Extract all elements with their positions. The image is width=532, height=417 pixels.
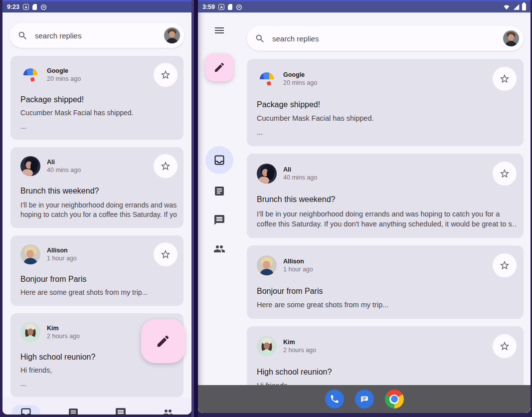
android-split-screen: 9:23 A search replies xyxy=(0,0,532,417)
status-time: 9:23 xyxy=(7,3,19,10)
search-placeholder: search replies xyxy=(35,31,157,40)
search-bar[interactable]: search replies xyxy=(247,26,524,51)
compose-fab[interactable] xyxy=(205,53,233,81)
rail-item-articles[interactable] xyxy=(207,179,231,203)
split-screen-divider[interactable] xyxy=(191,0,198,417)
inbox-icon xyxy=(213,154,225,166)
chat-icon xyxy=(115,407,127,415)
star-button[interactable] xyxy=(493,253,517,277)
sim-card-icon xyxy=(32,4,37,10)
search-placeholder: search replies xyxy=(272,34,496,43)
star-button[interactable] xyxy=(493,162,517,186)
preview-line: Hi friends, xyxy=(20,366,177,375)
google-umbrella-avatar xyxy=(20,65,40,85)
menu-button[interactable] xyxy=(207,18,231,42)
bottom-navigation xyxy=(2,397,191,415)
nav-item-people[interactable] xyxy=(144,397,191,415)
star-icon xyxy=(499,73,510,84)
preview-line: ... xyxy=(20,379,177,389)
nav-item-inbox[interactable] xyxy=(2,397,50,415)
preview-line: Here are some great shots from my trip..… xyxy=(20,288,177,297)
data-saver-icon xyxy=(236,4,242,10)
email-preview: Cucumber Mask Facial has shipped. ... xyxy=(20,108,177,131)
email-subject: Bonjour from Paris xyxy=(257,287,517,296)
email-card-ali[interactable]: Ali 40 mins ago Brunch this weekend? I'l… xyxy=(247,154,524,238)
tablet-window: 3:59 A xyxy=(198,0,531,413)
email-card-allison[interactable]: Allison 1 hour ago Bonjour from Paris He… xyxy=(247,245,524,319)
articles-icon xyxy=(67,407,79,415)
email-subject: Brunch this weekend? xyxy=(20,187,177,196)
compose-fab[interactable] xyxy=(141,319,185,363)
preview-line: hoping to catch you for a coffee this Sa… xyxy=(20,210,177,219)
profile-avatar[interactable] xyxy=(503,30,519,46)
wifi-icon xyxy=(503,3,511,10)
star-button[interactable] xyxy=(154,242,177,266)
email-preview: Here are some great shots from my trip..… xyxy=(20,288,177,297)
kim-avatar xyxy=(20,322,40,342)
preview-line: Cucumber Mask Facial has shipped. xyxy=(20,108,177,118)
chat-icon xyxy=(213,214,225,226)
message-bubble-icon xyxy=(359,394,369,404)
star-icon xyxy=(499,341,510,352)
phone-app-icon[interactable] xyxy=(325,390,344,409)
email-preview: Here are some great shots from my trip..… xyxy=(257,300,517,310)
call-icon xyxy=(330,394,340,404)
people-icon xyxy=(162,407,174,415)
messages-app-icon[interactable] xyxy=(355,390,374,409)
sender-name: Allison xyxy=(283,258,313,265)
email-time: 1 hour ago xyxy=(283,266,313,273)
google-umbrella-avatar xyxy=(257,69,277,89)
preview-line: Cucumber Mask Facial has shipped. xyxy=(257,113,517,123)
preview-line: Here are some great shots from my trip..… xyxy=(257,300,517,310)
hamburger-menu-icon xyxy=(213,24,225,36)
email-card-allison[interactable]: Allison 1 hour ago Bonjour from Paris He… xyxy=(10,235,183,306)
preview-line: I'll be in your neighborhood doing erran… xyxy=(20,201,177,210)
rail-item-inbox[interactable] xyxy=(205,146,233,174)
star-icon xyxy=(160,69,171,80)
rail-item-people[interactable] xyxy=(207,237,231,261)
star-icon xyxy=(499,168,510,179)
edit-pencil-icon xyxy=(213,61,225,73)
star-button[interactable] xyxy=(154,154,177,178)
email-card-google[interactable]: Google 20 mins ago Package shipped! Cucu… xyxy=(247,59,524,146)
profile-avatar[interactable] xyxy=(164,27,180,43)
nav-item-articles[interactable] xyxy=(50,397,97,415)
search-bar[interactable]: search replies xyxy=(9,23,184,48)
phone-window: 9:23 A search replies xyxy=(2,0,191,415)
email-list: Google 20 mins ago Package shipped! Cucu… xyxy=(247,59,524,413)
tablet-app-body: search replies Google 20 mins ago xyxy=(198,12,531,413)
kim-avatar xyxy=(257,336,277,356)
email-preview: I'll be in your neighborhood doing erran… xyxy=(257,209,517,229)
rail-item-chat[interactable] xyxy=(207,208,231,232)
email-card-google[interactable]: Google 20 mins ago Package shipped! Cucu… xyxy=(10,56,183,140)
sender-name: Allison xyxy=(47,247,77,254)
nav-item-chat[interactable] xyxy=(97,397,145,415)
email-time: 1 hour ago xyxy=(47,255,77,262)
email-time: 20 mins ago xyxy=(283,80,317,86)
preview-line: ... xyxy=(257,127,517,137)
email-subject: Bonjour from Paris xyxy=(20,275,177,284)
status-time: 3:59 xyxy=(202,3,215,10)
chrome-app-icon[interactable] xyxy=(385,390,404,409)
battery-icon xyxy=(522,3,526,10)
email-subject: Package shipped! xyxy=(20,95,177,104)
email-subject: Brunch this weekend? xyxy=(257,195,517,204)
chrome-logo-icon xyxy=(385,390,404,409)
email-preview: Hi friends, ... xyxy=(20,366,177,389)
star-icon xyxy=(499,260,510,271)
search-icon xyxy=(255,33,265,44)
allison-avatar xyxy=(257,255,277,275)
data-saver-icon xyxy=(40,4,47,10)
star-button[interactable] xyxy=(493,67,517,91)
star-button[interactable] xyxy=(154,63,177,87)
star-button[interactable] xyxy=(493,334,517,358)
preview-line: coffee this Saturday. If you don't have … xyxy=(257,219,517,229)
email-time: 2 hours ago xyxy=(283,347,316,354)
email-time: 20 mins ago xyxy=(47,76,81,82)
email-time: 40 mins ago xyxy=(283,175,317,181)
tablet-status-bar: 3:59 A xyxy=(198,0,531,12)
sender-name: Google xyxy=(47,68,81,74)
rail-destinations xyxy=(205,146,233,261)
email-card-ali[interactable]: Ali 40 mins ago Brunch this weekend? I'l… xyxy=(10,147,183,228)
tablet-main-pane: search replies Google 20 mins ago xyxy=(241,12,531,413)
